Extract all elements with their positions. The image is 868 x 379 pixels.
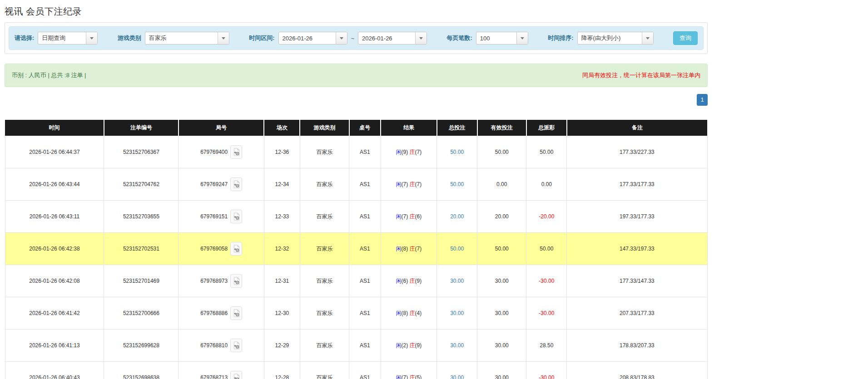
video-replay-button[interactable] (230, 306, 242, 320)
cell-result: 闲(7) 庄(7) (381, 168, 437, 201)
cell-result: 闲(8) 庄(7) (381, 233, 437, 265)
total-bet-link[interactable]: 50.00 (450, 149, 464, 155)
cell-bet-id: 523152699628 (104, 330, 179, 362)
summary-note: 同局有效投注，统一计算在该局第一张注单内 (582, 71, 700, 79)
table-body: 2026-01-26 06:44:37523152706367679769400… (5, 136, 707, 379)
cell-payout: -20.00 (526, 201, 567, 233)
page-1-button[interactable]: 1 (697, 94, 708, 106)
summary-currency-count: 币别 : 人民币 | 总共 :8 注单 | (12, 71, 86, 79)
query-type-select[interactable]: 日期查询 (38, 32, 98, 44)
cell-time: 2026-01-26 06:42:08 (5, 265, 104, 297)
cell-bet-id: 523152700666 (104, 297, 179, 330)
video-replay-icon (233, 341, 240, 349)
round-number: 679769247 (200, 181, 228, 187)
total-bet-link[interactable]: 50.00 (450, 246, 464, 252)
page-title: 视讯 会员下注纪录 (5, 5, 708, 18)
header-result: 结果 (381, 120, 437, 136)
cell-session: 12-30 (264, 297, 300, 330)
cell-bet-id: 523152698638 (104, 362, 179, 379)
total-bet-link[interactable]: 50.00 (450, 181, 464, 187)
date-from-value: 2026-01-26 (279, 32, 336, 44)
date-from-select[interactable]: 2026-01-26 (278, 32, 347, 44)
cell-time: 2026-01-26 06:43:11 (5, 201, 104, 233)
video-replay-button[interactable] (230, 177, 242, 191)
video-replay-icon (233, 245, 240, 253)
cell-table-no: AS1 (349, 201, 381, 233)
video-replay-icon (233, 212, 240, 221)
cell-round: 679769058 (179, 233, 264, 265)
table-row: 2026-01-26 06:42:08523152701469679768973… (5, 265, 707, 297)
cell-total-bet: 30.00 (437, 297, 477, 330)
filter-bar: 请选择: 日期查询 游戏类别 百家乐 时间区间: 2026-01-26 (9, 26, 704, 50)
total-bet-link[interactable]: 30.00 (450, 278, 464, 284)
video-replay-button[interactable] (230, 274, 242, 288)
cell-session: 12-32 (264, 233, 300, 265)
cell-result: 闲(6) 庄(9) (381, 265, 437, 297)
search-button[interactable]: 查询 (673, 31, 698, 45)
total-bet-link[interactable]: 30.00 (450, 342, 464, 349)
video-replay-button[interactable] (230, 339, 242, 352)
cell-time: 2026-01-26 06:44:37 (5, 136, 104, 168)
cell-table-no: AS1 (349, 330, 381, 362)
cell-payout: -30.00 (526, 297, 567, 330)
cell-table-no: AS1 (349, 265, 381, 297)
cell-game-type: 百家乐 (300, 168, 349, 201)
table-row: 2026-01-26 06:44:37523152706367679769400… (5, 136, 707, 168)
cell-result: 闲(2) 庄(9) (381, 330, 437, 362)
header-payout: 总派彩 (526, 120, 567, 136)
cell-total-bet: 50.00 (437, 136, 477, 168)
chevron-down-icon (336, 32, 347, 44)
game-type-label: 游戏类别 (118, 34, 141, 42)
cell-session: 12-33 (264, 201, 300, 233)
game-type-select[interactable]: 百家乐 (145, 32, 229, 44)
cell-table-no: AS1 (349, 297, 381, 330)
chevron-down-icon (86, 32, 97, 44)
cell-note: 197.33/177.33 (567, 201, 707, 233)
cell-table-no: AS1 (349, 233, 381, 265)
video-replay-icon (233, 148, 240, 156)
cell-time: 2026-01-26 06:41:13 (5, 330, 104, 362)
page-size-value: 100 (476, 32, 516, 44)
cell-table-no: AS1 (349, 136, 381, 168)
cell-valid-bet: 30.00 (477, 265, 526, 297)
cell-result: 闲(9) 庄(7) (381, 136, 437, 168)
cell-round: 679769247 (179, 168, 264, 201)
time-sort-group: 时间排序: 降幂(由大到小) (548, 32, 653, 44)
cell-table-no: AS1 (349, 362, 381, 379)
total-bet-link[interactable]: 30.00 (450, 310, 464, 316)
cell-payout: 28.50 (526, 330, 567, 362)
cell-total-bet: 50.00 (437, 168, 477, 201)
summary-bar: 币别 : 人民币 | 总共 :8 注单 | 同局有效投注，统一计算在该局第一张注… (5, 64, 708, 87)
cell-result: 闲(7) 庄(5) (381, 362, 437, 379)
date-range-tilde: ~ (351, 35, 355, 42)
total-bet-link[interactable]: 20.00 (450, 213, 464, 220)
header-game-type: 游戏类别 (300, 120, 349, 136)
cell-note: 177.33/227.33 (567, 136, 707, 168)
table-row: 2026-01-26 06:43:44523152704762679769247… (5, 168, 707, 201)
cell-round: 679768886 (179, 297, 264, 330)
cell-valid-bet: 50.00 (477, 136, 526, 168)
cell-valid-bet: 50.00 (477, 233, 526, 265)
round-number: 679768886 (200, 310, 228, 316)
cell-session: 12-28 (264, 362, 300, 379)
time-sort-label: 时间排序: (548, 34, 573, 42)
cell-valid-bet: 20.00 (477, 201, 526, 233)
time-sort-select[interactable]: 降幂(由大到小) (577, 32, 654, 44)
table-row: 2026-01-26 06:42:38523152702531679769058… (5, 233, 707, 265)
video-replay-button[interactable] (230, 242, 242, 256)
page-size-group: 每页笔数: 100 (447, 32, 528, 44)
video-replay-button[interactable] (230, 371, 242, 379)
video-replay-button[interactable] (230, 210, 242, 223)
header-total-bet: 总投注 (437, 120, 477, 136)
header-note: 备注 (567, 120, 707, 136)
chevron-down-icon (642, 32, 653, 44)
header-session: 场次 (264, 120, 300, 136)
cell-round: 679768810 (179, 330, 264, 362)
cell-payout: 50.00 (526, 136, 567, 168)
cell-time: 2026-01-26 06:40:43 (5, 362, 104, 379)
page-size-select[interactable]: 100 (476, 32, 528, 44)
video-replay-button[interactable] (230, 145, 242, 159)
date-to-select[interactable]: 2026-01-26 (358, 32, 427, 44)
video-replay-icon (233, 277, 240, 285)
total-bet-link[interactable]: 30.00 (450, 374, 464, 379)
